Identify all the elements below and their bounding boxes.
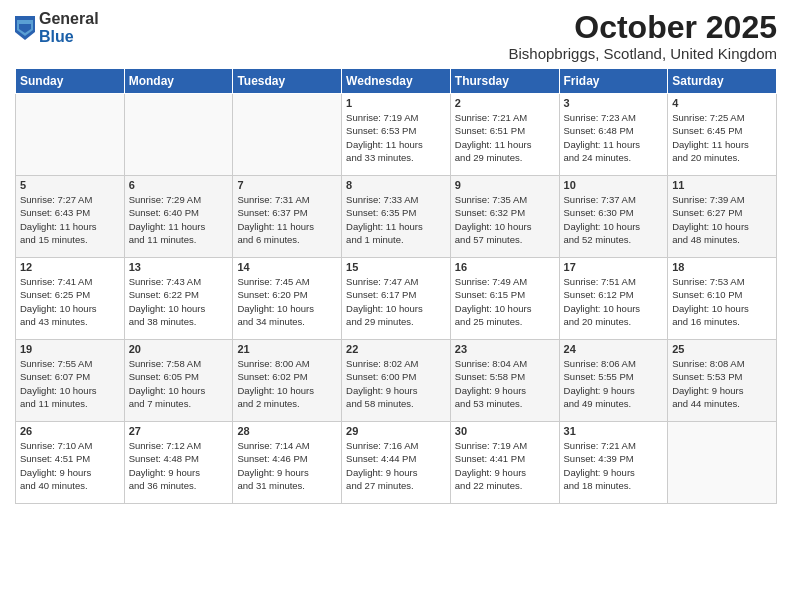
cell-line: Sunset: 6:32 PM (455, 207, 525, 218)
cell-line: Sunset: 6:48 PM (564, 125, 634, 136)
cell-content: Sunrise: 7:45 AMSunset: 6:20 PMDaylight:… (237, 275, 337, 328)
cell-line: and 15 minutes. (20, 234, 88, 245)
cell-line: and 36 minutes. (129, 480, 197, 491)
cell-line: Sunrise: 7:21 AM (564, 440, 636, 451)
calendar-header-row: Sunday Monday Tuesday Wednesday Thursday… (16, 69, 777, 94)
day-number: 27 (129, 425, 229, 437)
cell-line: Daylight: 10 hours (129, 303, 206, 314)
cell-line: Sunrise: 7:55 AM (20, 358, 92, 369)
cell-line: and 29 minutes. (455, 152, 523, 163)
cell-content: Sunrise: 7:23 AMSunset: 6:48 PMDaylight:… (564, 111, 664, 164)
header-wednesday: Wednesday (342, 69, 451, 94)
cell-line: and 24 minutes. (564, 152, 632, 163)
table-row (668, 422, 777, 504)
day-number: 17 (564, 261, 664, 273)
table-row: 20Sunrise: 7:58 AMSunset: 6:05 PMDayligh… (124, 340, 233, 422)
cell-line: Daylight: 10 hours (564, 303, 641, 314)
header-saturday: Saturday (668, 69, 777, 94)
cell-line: Sunset: 6:37 PM (237, 207, 307, 218)
cell-line: Sunset: 6:25 PM (20, 289, 90, 300)
cell-content: Sunrise: 7:41 AMSunset: 6:25 PMDaylight:… (20, 275, 120, 328)
cell-line: and 1 minute. (346, 234, 404, 245)
day-number: 16 (455, 261, 555, 273)
table-row: 23Sunrise: 8:04 AMSunset: 5:58 PMDayligh… (450, 340, 559, 422)
cell-line: Daylight: 9 hours (129, 467, 200, 478)
table-row (124, 94, 233, 176)
cell-line: Sunrise: 7:45 AM (237, 276, 309, 287)
day-number: 25 (672, 343, 772, 355)
calendar-week-row: 1Sunrise: 7:19 AMSunset: 6:53 PMDaylight… (16, 94, 777, 176)
cell-line: Sunrise: 7:27 AM (20, 194, 92, 205)
cell-line: Sunset: 6:30 PM (564, 207, 634, 218)
cell-line: Sunset: 4:44 PM (346, 453, 416, 464)
cell-line: Sunrise: 7:35 AM (455, 194, 527, 205)
cell-content: Sunrise: 7:43 AMSunset: 6:22 PMDaylight:… (129, 275, 229, 328)
location: Bishopbriggs, Scotland, United Kingdom (509, 45, 778, 62)
cell-content: Sunrise: 7:55 AMSunset: 6:07 PMDaylight:… (20, 357, 120, 410)
table-row: 17Sunrise: 7:51 AMSunset: 6:12 PMDayligh… (559, 258, 668, 340)
page-container: General Blue October 2025 Bishopbriggs, … (0, 0, 792, 509)
table-row: 10Sunrise: 7:37 AMSunset: 6:30 PMDayligh… (559, 176, 668, 258)
logo-blue: Blue (39, 28, 99, 46)
cell-line: Sunrise: 7:43 AM (129, 276, 201, 287)
table-row: 5Sunrise: 7:27 AMSunset: 6:43 PMDaylight… (16, 176, 125, 258)
cell-line: and 29 minutes. (346, 316, 414, 327)
cell-line: Daylight: 11 hours (129, 221, 206, 232)
cell-line: Sunset: 4:46 PM (237, 453, 307, 464)
cell-line: and 43 minutes. (20, 316, 88, 327)
day-number: 9 (455, 179, 555, 191)
table-row: 15Sunrise: 7:47 AMSunset: 6:17 PMDayligh… (342, 258, 451, 340)
cell-content: Sunrise: 7:19 AMSunset: 4:41 PMDaylight:… (455, 439, 555, 492)
cell-line: and 52 minutes. (564, 234, 632, 245)
cell-line: Daylight: 10 hours (672, 221, 749, 232)
table-row (233, 94, 342, 176)
cell-line: Sunrise: 7:51 AM (564, 276, 636, 287)
cell-line: Daylight: 9 hours (20, 467, 91, 478)
cell-line: and 20 minutes. (672, 152, 740, 163)
cell-line: Sunset: 6:35 PM (346, 207, 416, 218)
cell-line: Sunrise: 8:04 AM (455, 358, 527, 369)
table-row: 28Sunrise: 7:14 AMSunset: 4:46 PMDayligh… (233, 422, 342, 504)
cell-line: and 40 minutes. (20, 480, 88, 491)
cell-line: and 57 minutes. (455, 234, 523, 245)
cell-content: Sunrise: 7:47 AMSunset: 6:17 PMDaylight:… (346, 275, 446, 328)
cell-line: and 31 minutes. (237, 480, 305, 491)
cell-line: and 27 minutes. (346, 480, 414, 491)
table-row: 24Sunrise: 8:06 AMSunset: 5:55 PMDayligh… (559, 340, 668, 422)
cell-line: Sunset: 6:00 PM (346, 371, 416, 382)
cell-line: Sunset: 6:43 PM (20, 207, 90, 218)
cell-line: Daylight: 11 hours (672, 139, 749, 150)
table-row: 4Sunrise: 7:25 AMSunset: 6:45 PMDaylight… (668, 94, 777, 176)
cell-line: Sunset: 6:27 PM (672, 207, 742, 218)
cell-line: and 18 minutes. (564, 480, 632, 491)
cell-content: Sunrise: 8:00 AMSunset: 6:02 PMDaylight:… (237, 357, 337, 410)
cell-line: Sunrise: 7:25 AM (672, 112, 744, 123)
table-row: 1Sunrise: 7:19 AMSunset: 6:53 PMDaylight… (342, 94, 451, 176)
cell-line: and 33 minutes. (346, 152, 414, 163)
cell-line: Sunrise: 7:39 AM (672, 194, 744, 205)
table-row: 7Sunrise: 7:31 AMSunset: 6:37 PMDaylight… (233, 176, 342, 258)
day-number: 28 (237, 425, 337, 437)
cell-line: Sunset: 6:10 PM (672, 289, 742, 300)
cell-line: and 7 minutes. (129, 398, 191, 409)
day-number: 12 (20, 261, 120, 273)
day-number: 4 (672, 97, 772, 109)
cell-line: Sunrise: 7:14 AM (237, 440, 309, 451)
cell-line: Daylight: 9 hours (672, 385, 743, 396)
table-row: 30Sunrise: 7:19 AMSunset: 4:41 PMDayligh… (450, 422, 559, 504)
cell-line: Daylight: 11 hours (455, 139, 532, 150)
day-number: 31 (564, 425, 664, 437)
cell-content: Sunrise: 8:02 AMSunset: 6:00 PMDaylight:… (346, 357, 446, 410)
cell-line: Sunset: 5:58 PM (455, 371, 525, 382)
cell-content: Sunrise: 7:31 AMSunset: 6:37 PMDaylight:… (237, 193, 337, 246)
logo-icon (15, 16, 35, 40)
cell-line: Sunset: 4:48 PM (129, 453, 199, 464)
cell-line: Sunset: 6:12 PM (564, 289, 634, 300)
day-number: 24 (564, 343, 664, 355)
month-title: October 2025 (509, 10, 778, 45)
cell-line: and 48 minutes. (672, 234, 740, 245)
cell-line: Daylight: 9 hours (237, 467, 308, 478)
header-friday: Friday (559, 69, 668, 94)
day-number: 3 (564, 97, 664, 109)
table-row (16, 94, 125, 176)
